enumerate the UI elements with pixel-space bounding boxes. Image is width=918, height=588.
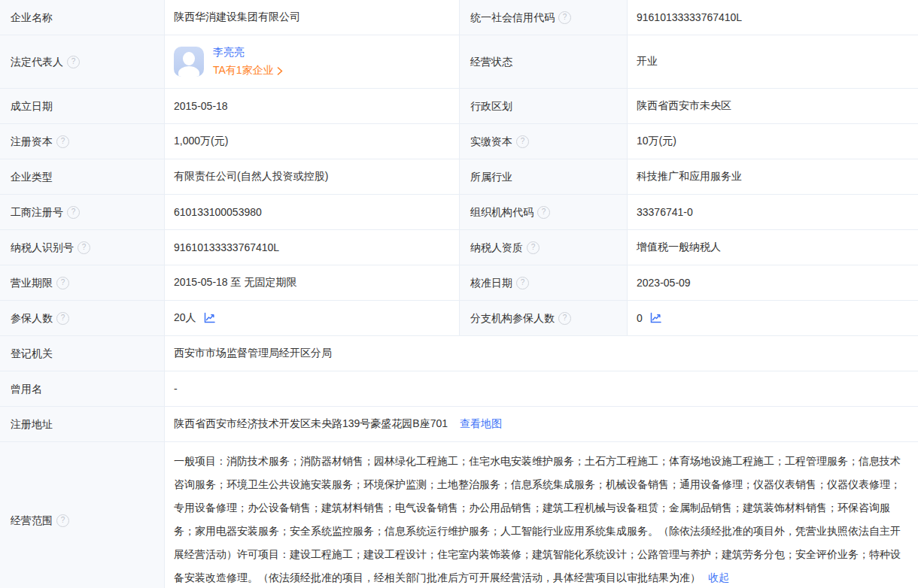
- value-business-scope: 一般项目：消防技术服务；消防器材销售；园林绿化工程施工；住宅水电安装维护服务；土…: [164, 442, 918, 588]
- label-text: 经营范围: [11, 513, 53, 528]
- help-icon[interactable]: ?: [78, 241, 90, 254]
- related-companies-text: TA有1家企业: [213, 64, 274, 77]
- label-text: 注册资本: [11, 134, 53, 149]
- value-registered-address: 陕西省西安市经济技术开发区未央路139号豪盛花园B座701查看地图: [164, 407, 918, 441]
- person-avatar[interactable]: [174, 47, 204, 77]
- value-taxpayer-id: 91610133333767410L: [164, 230, 459, 265]
- help-icon[interactable]: ?: [558, 11, 571, 24]
- value-former-name: -: [164, 371, 918, 406]
- row-registered-capital: 注册资本? 1,000万(元) 实缴资本? 10万(元): [0, 123, 918, 159]
- value-text: 1,000万(元): [174, 135, 228, 148]
- value-text: 2015-05-18 至 无固定期限: [174, 276, 296, 289]
- help-icon[interactable]: ?: [56, 135, 69, 148]
- value-text: 91610133333767410L: [637, 11, 742, 23]
- label-text: 营业期限: [11, 275, 53, 290]
- value-branch-insured-count: 0: [627, 301, 918, 335]
- value-text: 10万(元): [637, 135, 676, 148]
- label-approval-date: 核准日期?: [459, 265, 627, 300]
- label-branch-insured-count: 分支机构参保人数?: [459, 301, 627, 335]
- value-text: 开业: [637, 55, 658, 68]
- row-registration-authority: 登记机关 西安市市场监督管理局经开区分局: [0, 335, 918, 371]
- value-text: -: [174, 383, 178, 395]
- label-credit-code: 统一社会信用代码?: [459, 0, 627, 35]
- company-info-table: 企业名称 陕西华消建设集团有限公司 统一社会信用代码? 916101333337…: [0, 0, 918, 588]
- label-text: 登记机关: [11, 346, 53, 361]
- value-paid-capital: 10万(元): [627, 124, 918, 159]
- value-text: 有限责任公司(自然人投资或控股): [174, 170, 328, 183]
- value-text: 610133100053980: [174, 206, 262, 218]
- label-text: 统一社会信用代码: [470, 10, 555, 25]
- help-icon[interactable]: ?: [516, 135, 529, 148]
- help-icon[interactable]: ?: [527, 241, 540, 254]
- label-taxpayer-id: 纳税人识别号?: [0, 230, 164, 265]
- label-text: 核准日期: [470, 275, 512, 290]
- trend-chart-icon[interactable]: [649, 312, 662, 324]
- label-text: 组织机构代码: [470, 205, 533, 220]
- value-text: 2023-05-09: [637, 277, 691, 289]
- value-text: 91610133333767410L: [174, 241, 279, 253]
- help-icon[interactable]: ?: [516, 277, 529, 289]
- row-registration-number: 工商注册号? 610133100053980 组织机构代码? 33376741-…: [0, 194, 918, 229]
- label-paid-capital: 实缴资本?: [459, 124, 627, 159]
- label-text: 企业名称: [11, 10, 53, 25]
- help-icon[interactable]: ?: [537, 206, 550, 219]
- label-company-type: 企业类型: [0, 159, 164, 194]
- label-text: 注册地址: [11, 417, 53, 432]
- label-text: 参保人数: [11, 311, 53, 326]
- label-business-scope: 经营范围?: [0, 442, 164, 588]
- help-icon[interactable]: ?: [67, 56, 80, 68]
- value-text: 西安市市场监督管理局经开区分局: [174, 347, 332, 360]
- value-status: 开业: [627, 35, 918, 88]
- label-text: 分支机构参保人数: [470, 311, 555, 326]
- label-registration-authority: 登记机关: [0, 336, 164, 371]
- label-former-name: 曾用名: [0, 371, 164, 406]
- value-legal-representative: 李亮亮 TA有1家企业: [164, 35, 459, 88]
- label-registered-address: 注册地址: [0, 407, 164, 441]
- value-insured-count: 20人: [164, 301, 459, 335]
- label-taxpayer-quality: 纳税人资质?: [459, 230, 627, 265]
- help-icon[interactable]: ?: [56, 312, 69, 325]
- value-text: 陕西华消建设集团有限公司: [174, 11, 300, 24]
- row-taxpayer-id: 纳税人识别号? 91610133333767410L 纳税人资质? 增值税一般纳…: [0, 229, 918, 265]
- row-establish-date: 成立日期 2015-05-18 行政区划 陕西省西安市未央区: [0, 88, 918, 123]
- label-text: 纳税人资质: [470, 240, 523, 255]
- label-org-code: 组织机构代码?: [459, 195, 627, 229]
- label-text: 曾用名: [11, 381, 42, 396]
- label-registered-capital: 注册资本?: [0, 124, 164, 159]
- row-business-term: 营业期限? 2015-05-18 至 无固定期限 核准日期? 2023-05-0…: [0, 265, 918, 300]
- related-companies-link[interactable]: TA有1家企业: [213, 64, 283, 77]
- value-text: 陕西省西安市经济技术开发区未央路139号豪盛花园B座701: [174, 417, 448, 431]
- value-text: 20人: [174, 311, 196, 325]
- value-text: 33376741-0: [637, 206, 693, 218]
- value-registration-authority: 西安市市场监督管理局经开区分局: [164, 336, 918, 371]
- row-former-name: 曾用名 -: [0, 371, 918, 406]
- trend-chart-icon[interactable]: [203, 312, 216, 324]
- help-icon[interactable]: ?: [56, 277, 69, 289]
- label-text: 企业类型: [11, 169, 53, 184]
- help-icon[interactable]: ?: [56, 514, 69, 527]
- label-legal-representative: 法定代表人?: [0, 35, 164, 88]
- help-icon[interactable]: ?: [558, 312, 571, 325]
- legal-rep-name-link[interactable]: 李亮亮: [213, 46, 283, 59]
- label-business-term: 营业期限?: [0, 265, 164, 300]
- avatar-head-shape: [183, 52, 195, 65]
- row-business-scope: 经营范围? 一般项目：消防技术服务；消防器材销售；园林绿化工程施工；住宅水电安装…: [0, 441, 918, 588]
- row-legal-representative: 法定代表人? 李亮亮 TA有1家企业 经营状态 开业: [0, 35, 918, 88]
- value-org-code: 33376741-0: [627, 195, 918, 229]
- value-registration-number: 610133100053980: [164, 195, 459, 229]
- legal-rep-info: 李亮亮 TA有1家企业: [213, 46, 283, 77]
- value-company-name: 陕西华消建设集团有限公司: [164, 0, 459, 35]
- label-industry: 所属行业: [459, 159, 627, 194]
- value-registered-capital: 1,000万(元): [164, 124, 459, 159]
- label-establish-date: 成立日期: [0, 89, 164, 123]
- label-insured-count: 参保人数?: [0, 301, 164, 335]
- collapse-link[interactable]: 收起: [708, 571, 729, 583]
- value-company-type: 有限责任公司(自然人投资或控股): [164, 159, 459, 194]
- view-map-link[interactable]: 查看地图: [460, 417, 502, 431]
- value-establish-date: 2015-05-18: [164, 89, 459, 123]
- avatar-body-shape: [178, 66, 199, 77]
- label-admin-division: 行政区划: [459, 89, 627, 123]
- value-industry: 科技推广和应用服务业: [627, 159, 918, 194]
- help-icon[interactable]: ?: [67, 206, 80, 219]
- label-text: 所属行业: [470, 169, 512, 184]
